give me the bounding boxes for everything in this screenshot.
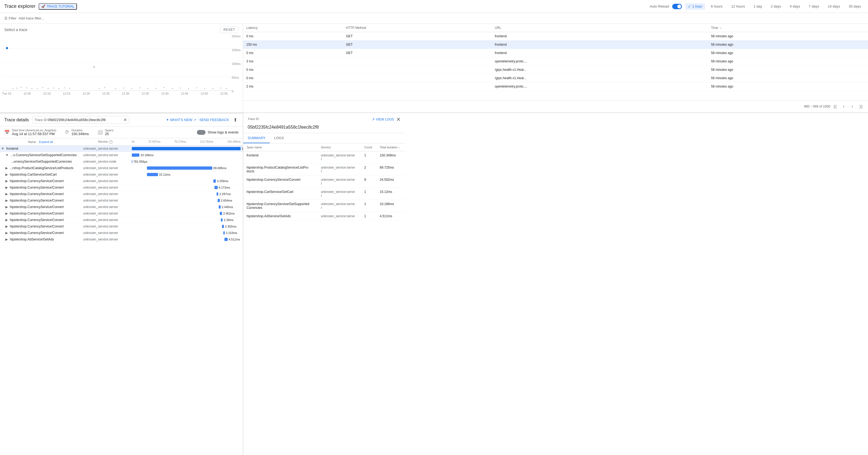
tick-75: 75.174ms bbox=[174, 140, 186, 143]
span-row[interactable]: ▶ hipstershop.CurrencyService/Convert un… bbox=[0, 178, 243, 184]
time-btn-1day[interactable]: 1 day bbox=[751, 3, 765, 9]
span-row[interactable]: ▶ hipstershop.CurrencyService/Convert un… bbox=[0, 197, 243, 204]
time-btn-4days[interactable]: 4 days bbox=[787, 3, 803, 9]
cell-method: GET bbox=[343, 40, 492, 49]
span-row[interactable]: ▶ hipstershop.CurrencyService/Convert un… bbox=[0, 204, 243, 210]
trace-table-row[interactable]: 0 ms /grpc.health.v1.Heal... 58 minutes … bbox=[243, 66, 868, 74]
trace-id-input[interactable] bbox=[48, 118, 123, 122]
close-panel-button[interactable]: ✕ bbox=[396, 116, 401, 123]
tab-summary[interactable]: SUMMARY bbox=[243, 133, 270, 143]
span-row[interactable]: ▶ hipstershop.CurrencyService/Convert un… bbox=[0, 217, 243, 223]
expand-all-button[interactable]: Expand all bbox=[39, 140, 53, 144]
expand-icon[interactable]: ▶ bbox=[5, 199, 8, 202]
time-btn-1hour[interactable]: ✓ 1 hour bbox=[685, 3, 705, 10]
summary-col-duration[interactable]: Total duration ↓ bbox=[376, 144, 405, 151]
expand-icon[interactable]: ▼ bbox=[1, 147, 4, 151]
time-btn-14days[interactable]: 14 days bbox=[825, 3, 843, 9]
detail-header: Trace ID ↗ VIEW LOGS ✕ 05bf2235fc24e8491… bbox=[243, 113, 405, 133]
summary-row[interactable]: hipstershop.CurrencyService/Convert unkn… bbox=[243, 176, 405, 188]
expand-icon[interactable]: ▶ bbox=[5, 218, 8, 222]
detail-body[interactable]: Span name Service Count Total duration ↓… bbox=[243, 144, 405, 455]
trace-table-row[interactable]: 3 ms opentelemetry.proto.... 58 minutes … bbox=[243, 57, 868, 66]
whats-new-button[interactable]: ✦ WHAT'S NEW ↗ bbox=[166, 118, 196, 122]
span-row[interactable]: ▶ hipstershop.CurrencyService/Convert un… bbox=[0, 184, 243, 191]
cell-time: 58 minutes ago bbox=[708, 74, 868, 83]
span-row[interactable]: ▼ ...o.CurrencyService/GetSupportedCurre… bbox=[0, 152, 243, 158]
spans-table-wrapper[interactable]: Name Expand all Service ? 0s 37.587ms 75… bbox=[0, 138, 243, 455]
cell-method bbox=[343, 83, 492, 91]
summary-col-count: Count bbox=[361, 144, 376, 151]
span-row[interactable]: ▶ hipstershop.CartService/GetCart unknow… bbox=[0, 171, 243, 178]
filter-add-text[interactable]: Add trace filter... bbox=[19, 16, 44, 20]
prev-page-button[interactable]: ‹ bbox=[840, 103, 847, 110]
expand-icon[interactable]: ▶ bbox=[5, 238, 8, 241]
trace-table-row[interactable]: 0 ms /grpc.health.v1.Heal... 58 minutes … bbox=[243, 74, 868, 83]
expand-icon[interactable]: ▼ bbox=[5, 153, 9, 157]
auto-reload-toggle[interactable] bbox=[672, 4, 682, 9]
chart-svg[interactable] bbox=[2, 35, 232, 91]
summary-row[interactable]: hipstershop.CartService/GetCart unknown_… bbox=[243, 188, 405, 200]
collapse-button[interactable]: ⬆ bbox=[232, 116, 239, 124]
expand-icon[interactable]: ▶ bbox=[5, 192, 8, 196]
time-btn-12hours[interactable]: 12 hours bbox=[728, 3, 748, 9]
span-row[interactable]: ▶ hipstershop.AdService/GetAds unknown_s… bbox=[0, 236, 243, 243]
last-page-button[interactable]: ⟩⟩ bbox=[857, 103, 865, 110]
first-page-button[interactable]: ⟨⟨ bbox=[831, 103, 839, 110]
expand-icon[interactable]: ▶ bbox=[5, 205, 8, 209]
view-logs-button[interactable]: ↗ VIEW LOGS bbox=[372, 117, 394, 122]
trace-tutorial-badge[interactable]: 🚀 TRACE TUTORIAL bbox=[39, 3, 77, 10]
expand-icon[interactable]: ▶ bbox=[5, 173, 8, 176]
filter-icon-btn[interactable]: ☰ Filter bbox=[4, 16, 17, 20]
summary-count: 1 bbox=[361, 188, 376, 200]
chart-area[interactable]: 200ms 150ms 100ms 50ms 0 bbox=[0, 35, 243, 99]
time-btn-6hours[interactable]: 6 hours bbox=[708, 3, 725, 9]
svg-point-5 bbox=[6, 47, 8, 50]
time-btn-2days[interactable]: 2 days bbox=[768, 3, 784, 9]
expand-icon[interactable]: ▶ bbox=[5, 231, 8, 235]
expand-icon[interactable]: ▶ bbox=[5, 166, 8, 170]
time-btn-30days[interactable]: 30 days bbox=[846, 3, 864, 9]
span-row[interactable]: ▼ frontend unknown_service:server 150.34… bbox=[0, 145, 243, 152]
next-page-button[interactable]: › bbox=[848, 103, 856, 110]
svg-point-14 bbox=[53, 88, 54, 89]
span-bar-label: 150.349ms bbox=[242, 147, 243, 150]
duration-label: Duration bbox=[71, 129, 89, 132]
whats-new-label: WHAT'S NEW bbox=[170, 118, 192, 122]
spans-table: Name Expand all Service ? 0s 37.587ms 75… bbox=[0, 138, 243, 243]
expand-icon[interactable]: ▶ bbox=[5, 212, 8, 215]
span-row[interactable]: ▶ hipstershop.CurrencyService/Convert un… bbox=[0, 210, 243, 217]
summary-row[interactable]: frontend unknown_service:server 1 150.34… bbox=[243, 151, 405, 163]
span-name-text: frontend bbox=[6, 147, 18, 151]
span-row[interactable]: ▶ hipstershop.CurrencyService/Convert un… bbox=[0, 230, 243, 236]
trace-details-header: Trace details Trace ID: ✕ ✦ WHAT'S NEW ↗… bbox=[0, 114, 243, 126]
time-btn-7days[interactable]: 7 days bbox=[806, 3, 822, 9]
summary-row[interactable]: hipstershop.ProductCatalogService/ListPr… bbox=[243, 163, 405, 176]
expand-icon[interactable]: ▶ bbox=[5, 186, 8, 189]
span-name-cell: ▶ hipstershop.CurrencyService/Convert bbox=[0, 197, 81, 204]
summary-row[interactable]: hipstershop.AdService/GetAds unknown_ser… bbox=[243, 212, 405, 220]
span-name-text: hipstershop.CurrencyService/Convert bbox=[10, 212, 63, 215]
span-row[interactable]: ▶ ...rshop.ProductCatalogService/ListPro… bbox=[0, 165, 243, 171]
span-name-text: hipstershop.CurrencyService/Convert bbox=[10, 179, 63, 183]
span-row[interactable]: ▶ hipstershop.CurrencyService/Convert un… bbox=[0, 191, 243, 197]
trace-table-row[interactable]: 2 ms opentelemetry.proto.... 58 minutes … bbox=[243, 83, 868, 91]
summary-row[interactable]: hipstershop.CurrencyService/GetSupported… bbox=[243, 200, 405, 212]
span-row[interactable]: ...urrencyService/GetSupportedCurrencies… bbox=[0, 158, 243, 165]
reset-button[interactable]: RESET bbox=[220, 27, 239, 33]
col-time[interactable]: Time ↓ bbox=[708, 24, 868, 32]
summary-count: 9 bbox=[361, 176, 376, 188]
expand-icon[interactable]: ▶ bbox=[5, 179, 8, 183]
trace-table-row[interactable]: 0 ms GET frontend 58 minutes ago bbox=[243, 49, 868, 57]
logs-toggle-button[interactable]: Show logs & events bbox=[197, 130, 239, 135]
cell-url: opentelemetry.proto.... bbox=[492, 83, 708, 91]
send-feedback-button[interactable]: SEND FEEDBACK bbox=[199, 118, 229, 122]
span-bar-cell: 2.445ms bbox=[130, 204, 243, 210]
trace-table-row[interactable]: 0 ms GET frontend 58 minutes ago bbox=[243, 32, 868, 40]
span-bar bbox=[222, 225, 224, 228]
expand-icon[interactable]: ▶ bbox=[5, 224, 8, 228]
trace-table-row[interactable]: 150 ms GET frontend 58 minutes ago bbox=[243, 40, 868, 49]
span-row[interactable]: ▶ hipstershop.CurrencyService/Convert un… bbox=[0, 223, 243, 230]
tab-logs[interactable]: LOGS bbox=[270, 133, 288, 143]
detail-panel: Trace ID ↗ VIEW LOGS ✕ 05bf2235fc24e8491… bbox=[243, 113, 405, 455]
clear-trace-id-button[interactable]: ✕ bbox=[123, 117, 127, 122]
